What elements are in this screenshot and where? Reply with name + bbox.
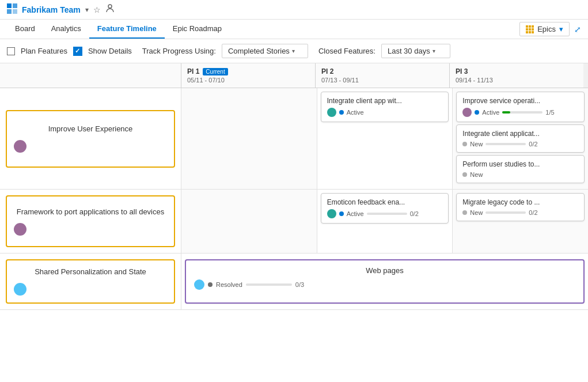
epic-framework: Framework to port applications to all de… [0, 190, 181, 253]
epic-title-improve-ux: Improve User Experience [48, 124, 133, 133]
show-details-label: Show Details [88, 47, 132, 55]
epic-title-framework: Framework to port applications to all de… [17, 207, 165, 216]
timeline-content[interactable]: Improve User Experience Integrate client… [0, 88, 588, 373]
card-meta: Active [327, 108, 443, 117]
web-pages-title: Web pages [194, 266, 575, 275]
row-framework: Framework to port applications to all de… [0, 190, 588, 254]
progress-fill [502, 111, 510, 114]
toolbar: Plan Features Show Details Track Progres… [0, 39, 588, 63]
user-icon[interactable] [105, 4, 115, 15]
track-label: Track Progress Using: [142, 47, 216, 55]
progress-count: 0/2 [529, 141, 537, 147]
status-dot [462, 172, 467, 177]
progress-bar [502, 111, 543, 114]
card-migrate-legacy[interactable]: Migrate legacy code to ... New 0/2 [456, 193, 585, 221]
status-label: Active [482, 109, 499, 116]
closed-label: Closed Features: [318, 47, 375, 55]
row2-cells: Emoticon feedback ena... Active 0/2 Migr… [181, 190, 588, 253]
tab-epic-roadmap[interactable]: Epic Roadmap [165, 20, 230, 39]
epic-avatar-framework [14, 223, 26, 236]
card-title: Emoticon feedback ena... [327, 198, 443, 206]
card-title: Perform user studies to... [462, 160, 578, 168]
status-label: Active [347, 109, 364, 116]
card-perform-user-studies[interactable]: Perform user studies to... New [456, 155, 585, 183]
show-details-checkbox[interactable] [73, 47, 82, 56]
web-pages-meta: Resolved 0/3 [194, 279, 575, 290]
main-area: PI 1 Current 05/11 - 07/10 PI 2 07/13 - … [0, 63, 588, 373]
svg-rect-0 [7, 3, 12, 8]
progress-bar [485, 211, 526, 214]
closed-dropdown-arrow: ▾ [433, 48, 435, 54]
pi1-label: PI 1 [187, 67, 199, 75]
status-dot [462, 210, 467, 215]
progress-option: Completed Stories [228, 47, 290, 55]
progress-count: 0/3 [295, 281, 304, 288]
epic-avatar-improve-ux [14, 140, 26, 153]
epic-improve-ux: Improve User Experience [0, 88, 181, 189]
closed-dropdown[interactable]: Last 30 days ▾ [381, 44, 450, 58]
pi3-label: PI 3 [456, 67, 578, 75]
pi2-dates: 07/13 - 09/11 [321, 77, 443, 84]
epic-header-spacer [0, 63, 181, 88]
closed-option: Last 30 days [388, 47, 430, 55]
card-integrate-client-app[interactable]: Integrate client applicat... New 0/2 [456, 124, 585, 153]
status-dot [462, 142, 467, 146]
row2-pi2-cell: Emoticon feedback ena... Active 0/2 [317, 190, 453, 253]
star-icon[interactable]: ☆ [93, 5, 101, 14]
status-dot [208, 282, 213, 287]
pi1-header: PI 1 Current 05/11 - 07/10 [181, 63, 316, 88]
row-shared-personalization: Shared Personalization and State Web pag… [0, 254, 588, 310]
progress-bar [485, 143, 526, 145]
status-label: New [470, 171, 483, 178]
epic-shared-personalization: Shared Personalization and State [0, 254, 181, 309]
progress-dropdown[interactable]: Completed Stories ▾ [222, 44, 308, 58]
epic-title-shared: Shared Personalization and State [35, 267, 146, 276]
pi1-dates: 05/11 - 07/10 [187, 77, 309, 84]
card-improve-service[interactable]: Improve service operati... Active 1/5 [456, 92, 585, 122]
row2-pi1-cell [181, 190, 317, 253]
pi3-dates: 09/14 - 11/13 [456, 77, 578, 84]
dropdown-icon[interactable]: ▾ [85, 6, 89, 14]
tab-analytics[interactable]: Analytics [43, 20, 89, 39]
top-bar: Fabrikam Team ▾ ☆ [0, 0, 588, 20]
svg-rect-2 [7, 9, 12, 14]
row1-pi2-cell: Integrate client app wit... Active [317, 88, 453, 189]
avatar [194, 279, 204, 290]
avatar [462, 108, 472, 117]
plan-features-checkbox[interactable] [7, 47, 15, 55]
pi1-badge: Current [203, 68, 227, 75]
progress-bar [367, 213, 407, 215]
card-emoticon[interactable]: Emoticon feedback ena... Active 0/2 [321, 193, 449, 224]
pi2-label: PI 2 [321, 67, 443, 75]
tab-board[interactable]: Board [7, 20, 43, 39]
epics-button[interactable]: Epics ▾ [519, 22, 570, 36]
epic-card-improve-ux: Improve User Experience [6, 110, 175, 168]
row1-cells: Integrate client app wit... Active Impro… [181, 88, 588, 189]
status-label: New [470, 141, 483, 147]
status-dot [475, 110, 479, 115]
card-web-pages[interactable]: Web pages Resolved 0/3 [185, 259, 585, 304]
card-meta: Active 1/5 [462, 108, 578, 117]
card-title: Integrate client applicat... [462, 130, 578, 138]
expand-icon[interactable]: ⤢ [574, 25, 581, 34]
plan-features-label: Plan Features [21, 47, 67, 55]
card-meta: New 0/2 [462, 141, 578, 147]
card-meta: Active 0/2 [327, 209, 443, 218]
card-title: Migrate legacy code to ... [462, 198, 578, 206]
pi2-header: PI 2 07/13 - 09/11 [316, 63, 450, 88]
epic-card-shared-personalization: Shared Personalization and State [6, 259, 175, 304]
status-label: Active [347, 210, 364, 217]
epic-card-framework: Framework to port applications to all de… [6, 195, 175, 247]
card-meta: New [462, 171, 578, 178]
svg-point-4 [108, 5, 112, 8]
epics-dropdown-icon: ▾ [559, 25, 563, 33]
svg-rect-3 [13, 9, 17, 14]
progress-count: 0/2 [410, 210, 419, 217]
tab-feature-timeline[interactable]: Feature Timeline [89, 20, 165, 39]
epic-avatar-shared [14, 283, 26, 296]
row1-pi3-cell: Improve service operati... Active 1/5 [453, 88, 588, 189]
team-name[interactable]: Fabrikam Team [22, 5, 81, 14]
row2-pi3-cell: Migrate legacy code to ... New 0/2 [453, 190, 588, 253]
card-integrate-client[interactable]: Integrate client app wit... Active [321, 92, 449, 122]
status-dot [339, 211, 344, 216]
